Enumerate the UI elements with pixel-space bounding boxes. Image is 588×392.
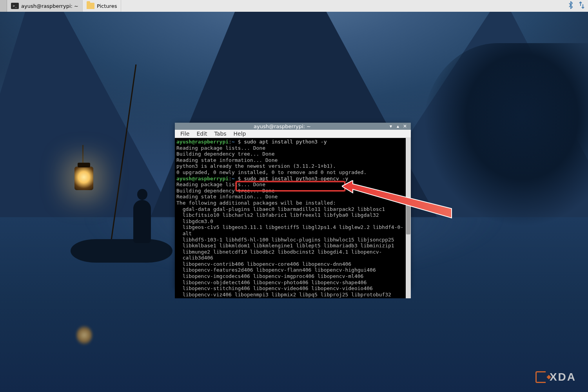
terminal-icon: >_ [11, 3, 19, 9]
terminal-scrollbar[interactable] [406, 138, 411, 298]
terminal-window: ayush@raspberrypi: ~ ▾ ▴ ✕ File Edit Tab… [175, 123, 411, 288]
window-title: ayush@raspberrypi: ~ [177, 123, 387, 129]
taskbar-item-label: ayush@raspberrypi: ~ [21, 3, 78, 9]
minimize-button[interactable]: ▾ [387, 123, 394, 130]
bluetooth-icon[interactable] [568, 1, 574, 11]
network-icon[interactable] [579, 1, 585, 11]
scrollbar-thumb[interactable] [406, 199, 410, 234]
menu-file[interactable]: File [177, 130, 192, 138]
close-button[interactable]: ✕ [401, 123, 408, 130]
menu-help[interactable]: Help [230, 130, 249, 138]
maximize-button[interactable]: ▴ [394, 123, 401, 130]
taskbar-item-pictures[interactable]: Pictures [83, 0, 121, 12]
taskbar: >_ ayush@raspberrypi: ~ Pictures [0, 0, 588, 12]
window-titlebar[interactable]: ayush@raspberrypi: ~ ▾ ▴ ✕ [175, 123, 411, 130]
menu-tabs[interactable]: Tabs [211, 130, 230, 138]
xda-watermark: XDA [535, 371, 576, 383]
folder-icon [87, 3, 94, 9]
window-menubar: File Edit Tabs Help [175, 130, 411, 138]
taskbar-item-terminal[interactable]: >_ ayush@raspberrypi: ~ [7, 0, 83, 12]
terminal-output[interactable]: ayush@raspberrypi:~ $ sudo apt install p… [175, 138, 406, 298]
taskbar-item-label: Pictures [97, 3, 117, 9]
menu-edit[interactable]: Edit [193, 130, 210, 138]
taskbar-app-menu[interactable] [0, 0, 7, 12]
xda-logo-icon [535, 371, 546, 383]
watermark-text: XDA [550, 371, 576, 383]
